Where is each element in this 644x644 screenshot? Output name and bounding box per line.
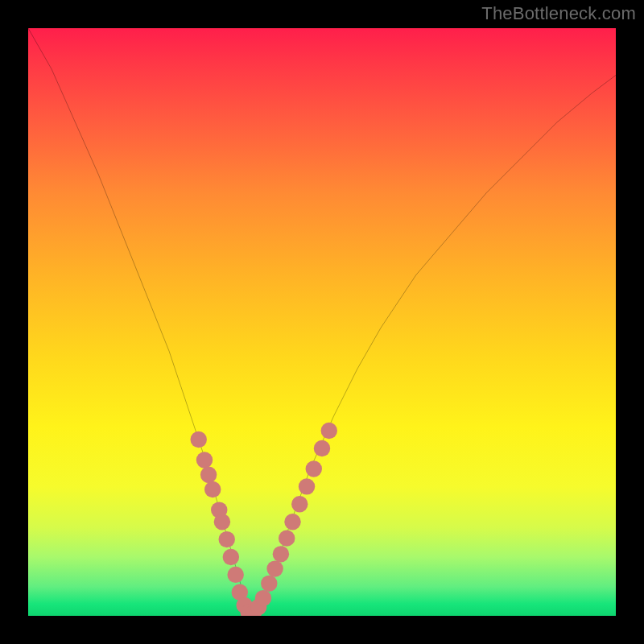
bead-dot (223, 549, 239, 565)
bottleneck-curve (28, 28, 616, 613)
curve-beads (190, 423, 336, 616)
bead-dot (227, 567, 243, 583)
bead-dot (299, 478, 315, 494)
bead-dot (200, 467, 217, 483)
bead-dot (261, 576, 277, 592)
watermark-text: TheBottleneck.com (481, 3, 636, 24)
bead-dot (196, 452, 213, 468)
bead-dot (266, 560, 283, 576)
bead-dot (314, 440, 330, 456)
bead-dot (190, 431, 206, 448)
bead-dot (306, 460, 322, 477)
bead-dot (279, 530, 295, 546)
bead-dot (321, 423, 337, 439)
bead-dot (284, 514, 300, 530)
bead-dot (219, 531, 235, 547)
bead-dot (255, 590, 271, 606)
bead-dot (204, 481, 221, 497)
bead-dot (273, 546, 289, 562)
plot-area (28, 28, 616, 616)
chart-frame: TheBottleneck.com (0, 0, 644, 644)
bead-dot (291, 496, 308, 512)
curve-layer (28, 28, 616, 616)
bead-dot (214, 514, 230, 530)
